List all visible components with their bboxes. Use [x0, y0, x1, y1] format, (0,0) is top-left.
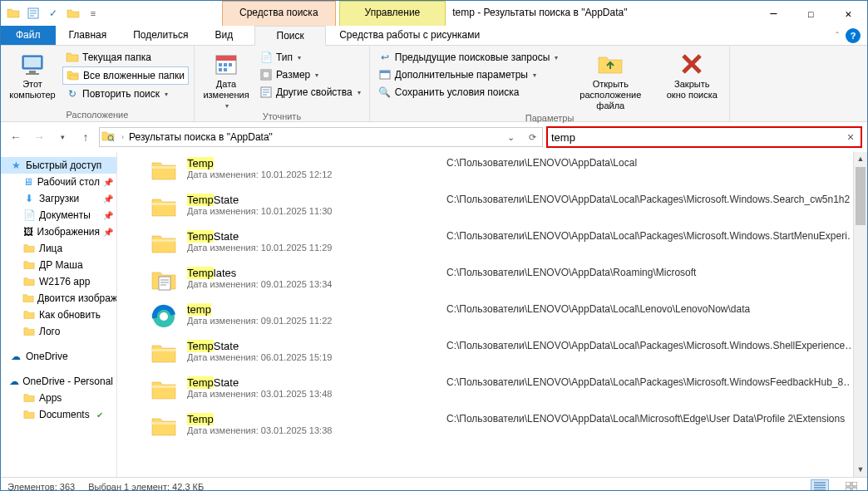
result-row[interactable]: TempStateДата изменения: 10.01.2025 11:3…	[117, 189, 867, 225]
tab-search[interactable]: Поиск	[254, 26, 326, 46]
search-results: ▲ ▼ TempДата изменения: 10.01.2025 12:12…	[117, 152, 867, 477]
result-row[interactable]: TempStateДата изменения: 10.01.2025 11:2…	[117, 225, 867, 262]
tree-documents[interactable]: 📄Документы📌	[1, 207, 116, 223]
result-row[interactable]: TemplatesДата изменения: 09.01.2025 13:3…	[117, 262, 867, 298]
body: ★Быстрый доступ 🖥Рабочий стол📌 ⬇Загрузки…	[1, 152, 867, 477]
tree-quick-access[interactable]: ★Быстрый доступ	[1, 157, 116, 174]
adv-params-button[interactable]: Дополнительные параметры▾	[375, 66, 562, 83]
icons-view-button[interactable]	[842, 479, 861, 492]
current-folder-button[interactable]: Текущая папка	[62, 49, 189, 66]
result-row[interactable]: TempStateДата изменения: 03.01.2025 13:4…	[117, 371, 867, 408]
size-button[interactable]: Размер▾	[256, 66, 364, 83]
tree-folder[interactable]: W2176 app	[1, 273, 116, 290]
collapse-ribbon-icon[interactable]: ˆ	[836, 31, 839, 41]
navigation-tree[interactable]: ★Быстрый доступ 🖥Рабочий стол📌 ⬇Загрузки…	[1, 152, 117, 477]
tree-folder[interactable]: Двоится изображение	[1, 290, 116, 307]
pin-icon: 📌	[103, 211, 113, 220]
file-icon	[150, 340, 177, 366]
result-name: TempState	[187, 230, 436, 243]
new-folder-icon[interactable]	[64, 4, 82, 22]
qat-dropdown-icon[interactable]: ≡	[84, 4, 102, 22]
result-path: C:\Пользователи\LENOVO\AppData\Local\Len…	[446, 303, 851, 315]
scroll-thumb[interactable]	[856, 167, 866, 225]
result-row[interactable]: tempДата изменения: 09.01.2025 11:22C:\П…	[117, 298, 867, 335]
result-row[interactable]: TempДата изменения: 03.01.2025 13:38C:\П…	[117, 408, 867, 444]
properties-icon[interactable]	[24, 4, 42, 22]
all-subfolders-button[interactable]: Все вложенные папки	[62, 66, 189, 85]
tree-folder[interactable]: Лица	[1, 240, 116, 257]
ribbon: Этот компьютер Текущая папка Все вложенн…	[1, 46, 867, 122]
file-icon	[150, 413, 177, 439]
tree-downloads[interactable]: ⬇Загрузки📌	[1, 190, 116, 207]
address-dropdown-icon[interactable]: ⌄	[502, 132, 519, 143]
close-search-button[interactable]: Закрыть окно поиска	[659, 47, 724, 101]
result-path: C:\Пользователи\LENOVO\AppData\Local\Pac…	[446, 340, 851, 351]
selection-info: Выбран 1 элемент: 42,3 КБ	[88, 482, 204, 492]
tree-desktop[interactable]: 🖥Рабочий стол📌	[1, 174, 116, 190]
other-props-button[interactable]: Другие свойства▾	[256, 84, 364, 101]
date-modified-button[interactable]: Дата изменения ▾	[200, 47, 253, 110]
svg-rect-24	[852, 488, 857, 492]
result-row[interactable]: TempДата изменения: 10.01.2025 12:12C:\П…	[117, 152, 867, 189]
repeat-search-button[interactable]: ↻Повторить поиск▾	[62, 86, 189, 102]
forward-button[interactable]: →	[29, 127, 49, 147]
tree-pictures[interactable]: 🖼Изображения📌	[1, 223, 116, 240]
tree-folder[interactable]: Apps	[1, 390, 116, 406]
tab-share[interactable]: Поделиться	[120, 26, 201, 45]
recent-dropdown[interactable]: ▾	[52, 127, 72, 147]
back-button[interactable]: ←	[6, 127, 26, 147]
tree-folder[interactable]: Лого	[1, 323, 116, 340]
help-icon[interactable]: ?	[846, 28, 861, 43]
result-name: Templates	[187, 267, 436, 279]
open-location-button[interactable]: Открыть расположение файла	[565, 47, 656, 111]
tab-picture-tools[interactable]: Средства работы с рисунками	[326, 26, 493, 45]
svg-rect-10	[219, 68, 222, 71]
details-view-button[interactable]	[811, 479, 829, 492]
tab-file[interactable]: Файл	[1, 26, 56, 45]
result-name: Temp	[187, 413, 436, 425]
result-path: C:\Пользователи\LENOVO\AppData\Roaming\M…	[446, 267, 851, 278]
tree-folder[interactable]: Как обновить	[1, 307, 116, 323]
svg-rect-22	[852, 482, 857, 486]
context-tab-manage[interactable]: Управление	[339, 1, 446, 26]
ribbon-group-params: ↩Предыдущие поисковые запросы▾ Дополните…	[370, 46, 731, 121]
clear-search-icon[interactable]: ×	[844, 130, 857, 144]
scrollbar[interactable]: ▲ ▼	[853, 152, 867, 477]
tab-home[interactable]: Главная	[56, 26, 121, 45]
result-row[interactable]: TempStateДата изменения: 06.01.2025 15:1…	[117, 335, 867, 371]
folder-icon	[4, 4, 22, 22]
svg-rect-6	[216, 56, 236, 61]
scroll-down-icon[interactable]: ▼	[854, 463, 867, 477]
tree-folder[interactable]: Documents✔	[1, 406, 116, 423]
tree-folder[interactable]: ДР Маша	[1, 257, 116, 273]
up-button[interactable]: ↑	[76, 127, 96, 147]
result-name: Temp	[187, 157, 436, 169]
search-input[interactable]: temp ×	[546, 126, 862, 148]
prev-queries-button[interactable]: ↩Предыдущие поисковые запросы▾	[375, 49, 562, 66]
this-pc-button[interactable]: Этот компьютер	[6, 47, 59, 101]
checkmark-icon[interactable]: ✓	[44, 4, 62, 22]
context-tab-search[interactable]: Средства поиска	[222, 1, 336, 26]
tree-onedrive-personal[interactable]: ☁OneDrive - Personal	[1, 373, 116, 390]
address-bar[interactable]: › Результаты поиска в "AppData" ⌄ ⟳	[99, 127, 543, 147]
type-button[interactable]: 📄Тип▾	[256, 49, 364, 66]
maximize-button[interactable]: ☐	[792, 1, 830, 26]
file-icon	[150, 230, 177, 257]
tab-view[interactable]: Вид	[201, 26, 246, 45]
item-count: Элементов: 363	[7, 482, 75, 492]
ribbon-group-location: Этот компьютер Текущая папка Все вложенн…	[1, 46, 195, 121]
minimize-button[interactable]: ─	[755, 1, 792, 26]
svg-rect-9	[229, 63, 232, 66]
save-conditions-button[interactable]: 🔍Сохранить условия поиска	[375, 84, 562, 101]
ribbon-tabs: Файл Главная Поделиться Вид Поиск Средст…	[1, 26, 867, 46]
address-text: Результаты поиска в "AppData"	[129, 131, 497, 143]
tree-onedrive[interactable]: ☁OneDrive	[1, 348, 116, 365]
window-title: temp - Результаты поиска в "AppData"	[446, 1, 755, 26]
close-button[interactable]: ✕	[830, 1, 867, 26]
scroll-up-icon[interactable]: ▲	[854, 152, 867, 166]
result-path: C:\Пользователи\LENOVO\AppData\Local\Mic…	[446, 413, 851, 425]
svg-rect-16	[380, 71, 390, 73]
svg-rect-18	[159, 277, 170, 290]
result-name: TempState	[187, 194, 436, 206]
refresh-icon[interactable]: ⟳	[524, 132, 540, 143]
